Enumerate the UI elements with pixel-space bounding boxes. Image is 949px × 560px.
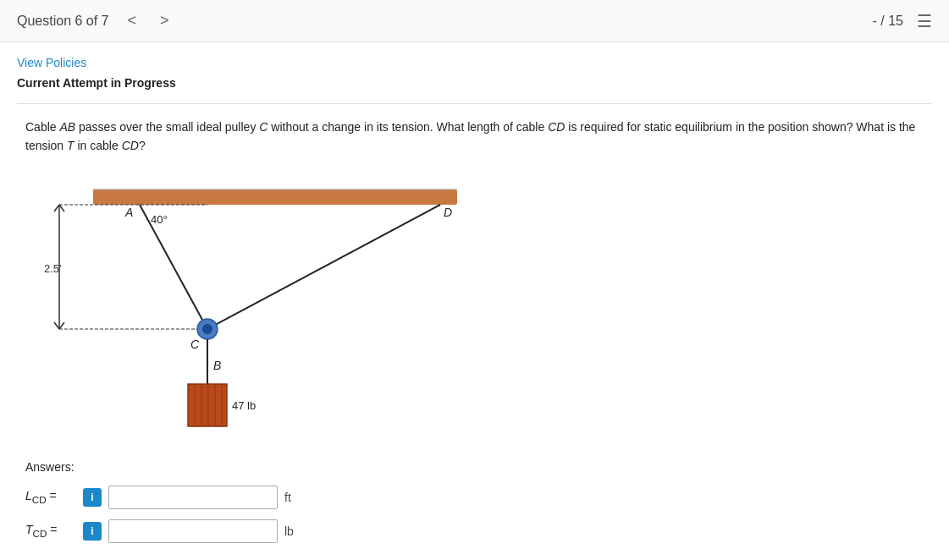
svg-line-12 bbox=[140, 205, 207, 329]
tcd-input[interactable] bbox=[108, 519, 278, 543]
svg-text:B: B bbox=[213, 359, 221, 372]
prev-button[interactable]: < bbox=[123, 10, 142, 31]
question-label: Question 6 of 7 bbox=[17, 14, 109, 29]
content-area: View Policies Current Attempt in Progres… bbox=[0, 42, 949, 560]
svg-line-5 bbox=[54, 322, 59, 329]
svg-line-6 bbox=[59, 322, 64, 329]
tcd-label: TCD = bbox=[25, 523, 76, 539]
svg-text:A: A bbox=[124, 206, 133, 219]
svg-text:D: D bbox=[444, 206, 452, 219]
svg-text:2.5': 2.5' bbox=[44, 262, 62, 275]
lcd-input[interactable] bbox=[108, 486, 278, 509]
svg-line-4 bbox=[59, 205, 64, 211]
svg-text:47 lb: 47 lb bbox=[232, 399, 256, 412]
tcd-row: TCD = i lb bbox=[25, 519, 924, 543]
tcd-unit: lb bbox=[284, 524, 294, 538]
header: Question 6 of 7 < > - / 15 ☰ bbox=[0, 0, 949, 42]
lcd-info-button[interactable]: i bbox=[83, 488, 102, 507]
lcd-label: LCD = bbox=[25, 489, 76, 505]
svg-text:C: C bbox=[190, 338, 200, 351]
header-left: Question 6 of 7 < > bbox=[17, 10, 174, 31]
question-text: Cable AB passes over the small ideal pul… bbox=[17, 118, 932, 156]
answers-label: Answers: bbox=[25, 460, 924, 474]
lcd-unit: ft bbox=[284, 491, 291, 504]
svg-rect-0 bbox=[93, 189, 457, 205]
view-policies-link[interactable]: View Policies bbox=[17, 56, 932, 69]
svg-line-3 bbox=[54, 205, 59, 211]
next-button[interactable]: > bbox=[155, 10, 174, 31]
divider bbox=[17, 103, 932, 104]
svg-point-16 bbox=[202, 324, 212, 334]
attempt-status: Current Attempt in Progress bbox=[17, 76, 932, 90]
answers-section: Answers: LCD = i ft TCD = i lb bbox=[17, 452, 932, 560]
header-right: - / 15 ☰ bbox=[873, 11, 932, 31]
lcd-row: LCD = i ft bbox=[25, 486, 924, 509]
diagram-area: 2.5' A 40° D C B bbox=[17, 173, 932, 452]
diagram-svg: 2.5' A 40° D C B bbox=[25, 173, 483, 435]
svg-text:40°: 40° bbox=[151, 213, 168, 226]
menu-icon[interactable]: ☰ bbox=[917, 11, 932, 31]
score-label: - / 15 bbox=[873, 14, 903, 29]
svg-rect-20 bbox=[188, 384, 227, 426]
tcd-info-button[interactable]: i bbox=[83, 522, 102, 541]
svg-line-13 bbox=[207, 205, 440, 329]
